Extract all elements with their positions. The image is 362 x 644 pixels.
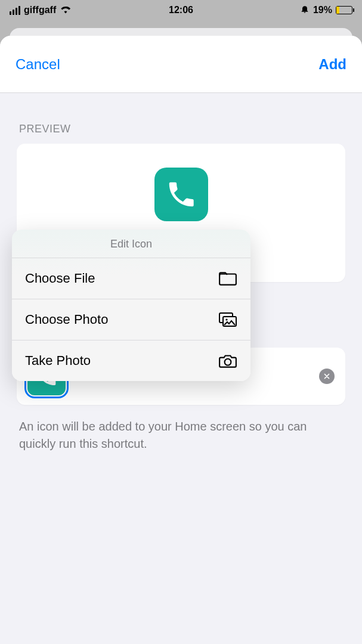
popover-title: Edit Icon [12,230,250,258]
photo-icon [218,311,237,328]
camera-icon [218,352,237,369]
hint-text: An icon will be added to your Home scree… [19,418,343,453]
clock: 12:06 [169,5,193,16]
phone-icon [165,178,197,210]
clear-text-button[interactable] [319,369,335,384]
menu-item-label: Choose Photo [25,312,108,327]
navbar: Cancel Add [0,36,362,93]
menu-item-label: Choose File [25,271,95,286]
edit-icon-popover: Edit Icon Choose File Choose Photo Take … [12,230,250,381]
section-label-preview: PREVIEW [19,123,345,135]
choose-file-item[interactable]: Choose File [12,258,250,299]
alarm-icon [300,4,310,16]
wifi-icon [60,4,72,16]
battery-icon [336,6,352,14]
signal-icon [10,6,20,15]
take-photo-item[interactable]: Take Photo [12,340,250,381]
choose-photo-item[interactable]: Choose Photo [12,299,250,340]
menu-item-label: Take Photo [25,353,91,369]
svg-rect-0 [219,274,236,285]
svg-point-3 [225,318,227,320]
preview-app-icon [154,168,208,221]
add-button[interactable]: Add [318,56,346,73]
battery-pct: 19% [313,5,332,16]
carrier-label: giffgaff [24,5,56,16]
close-icon [323,372,331,380]
cancel-button[interactable]: Cancel [16,56,60,73]
status-bar: giffgaff 12:06 19% [0,0,362,20]
svg-point-4 [225,359,231,366]
add-to-home-sheet: Cancel Add PREVIEW An icon will be added… [0,36,362,644]
folder-icon [218,270,237,287]
